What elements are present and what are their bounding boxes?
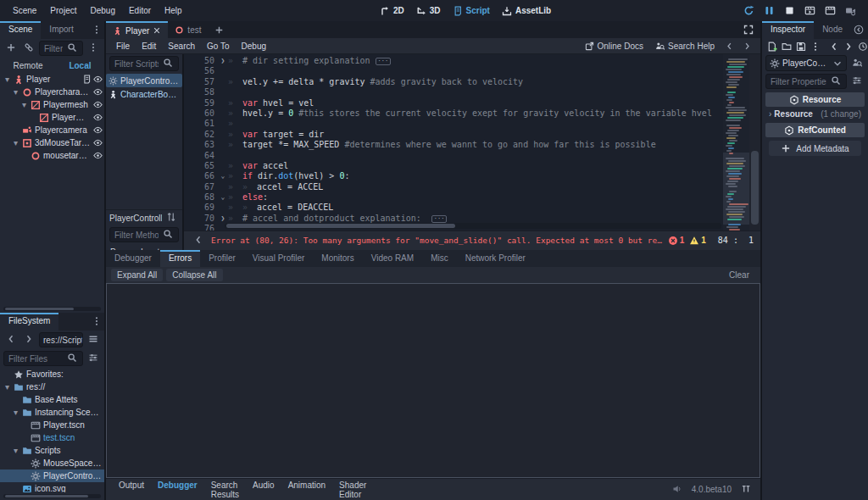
scene-tree-item[interactable]: ▾Playermesh: [0, 98, 104, 111]
fs-tree-item[interactable]: MouseSpaceDetector.: [0, 457, 104, 469]
status-collapse-icon[interactable]: [191, 235, 206, 247]
open-docs-icon[interactable]: [849, 58, 865, 69]
code-editor[interactable]: 50❯»# dir setting explanation···5657»vel…: [184, 54, 760, 231]
scene-tab-test[interactable]: test: [168, 21, 208, 38]
script-menu-go-to[interactable]: Go To: [202, 40, 235, 53]
menu-debug[interactable]: Debug: [84, 3, 120, 19]
fold-open-icon[interactable]: ⌄: [218, 192, 228, 203]
menu-project[interactable]: Project: [44, 3, 82, 19]
audio-mute-icon[interactable]: [670, 484, 685, 496]
update-spinner-icon[interactable]: [738, 484, 754, 496]
code-line[interactable]: 63»target *= MAX_SPEED #determines where…: [184, 140, 721, 150]
script-list-item[interactable]: PlayerControlle...: [106, 74, 182, 87]
code-vscrollbar[interactable]: [749, 54, 760, 231]
history-icon[interactable]: [858, 42, 868, 52]
debugger-tab-visual-profiler[interactable]: Visual Profiler: [244, 250, 314, 267]
close-tab-icon[interactable]: [153, 26, 161, 35]
clear-button[interactable]: Clear: [723, 269, 755, 281]
code-hscrollbar[interactable]: [225, 223, 721, 229]
fs-path[interactable]: res://Scripts/Playe: [39, 332, 83, 347]
code-line[interactable]: 69»»accel = DEACCEL: [184, 203, 721, 213]
menu-help[interactable]: Help: [159, 3, 188, 19]
fs-tree-item[interactable]: icon.svg: [0, 482, 104, 492]
fs-tree-item[interactable]: ▾Scripts: [0, 444, 104, 457]
section-resource[interactable]: › Resource (1 change): [762, 107, 868, 121]
code-line[interactable]: 68⌄»else:: [184, 192, 721, 203]
view-assetlib-button[interactable]: AssetLib: [502, 6, 551, 16]
scene-tree-item[interactable]: Playermesh h...: [0, 111, 104, 124]
tab-import[interactable]: Import: [41, 21, 81, 39]
fold-open-icon[interactable]: ⌄: [218, 171, 228, 181]
error-message[interactable]: Error at (80, 26): Too many arguments fo…: [211, 236, 663, 245]
online-docs-button[interactable]: Online Docs: [580, 42, 648, 51]
error-count-icon[interactable]: [668, 236, 678, 246]
clapper-icon[interactable]: [825, 5, 836, 16]
scene-tree-item[interactable]: ▾Playercharacter: [0, 86, 104, 98]
fs-tree-item[interactable]: Favorites:: [0, 368, 104, 381]
menu-scene[interactable]: Scene: [7, 3, 42, 19]
eye-icon[interactable]: [93, 100, 103, 109]
folded-code-box[interactable]: ···: [376, 58, 392, 65]
code-line[interactable]: 61»: [184, 119, 721, 129]
code-line[interactable]: 58: [184, 87, 721, 97]
code-line[interactable]: 50❯»# dir setting explanation···: [184, 56, 721, 66]
add-metadata-button[interactable]: Add Metadata: [769, 141, 860, 156]
scene-tab-player[interactable]: Player: [106, 21, 168, 38]
code-line[interactable]: 56: [184, 66, 721, 76]
scene-tree-item[interactable]: ▾Player: [0, 73, 104, 86]
eye-icon[interactable]: [93, 151, 103, 160]
filesystem-menu-icon[interactable]: [89, 316, 104, 328]
filter-files-input[interactable]: [7, 353, 64, 364]
debugger-tab-monitors[interactable]: Monitors: [313, 250, 362, 267]
script-icon[interactable]: [82, 75, 92, 84]
remote-toggle[interactable]: Remote: [13, 61, 42, 70]
debugger-tab-errors[interactable]: Errors: [160, 250, 200, 267]
view-2d-button[interactable]: 2D: [380, 6, 404, 16]
eye-icon[interactable]: [93, 87, 103, 97]
bottom-tab-search-results[interactable]: Search Results: [205, 478, 245, 500]
code-line[interactable]: 65»var accel: [184, 161, 721, 171]
edited-resource-selector[interactable]: PlayerController....: [765, 55, 847, 71]
bottom-tab-output[interactable]: Output: [113, 478, 150, 500]
debugger-tab-network-profiler[interactable]: Network Profiler: [457, 250, 534, 267]
script-list-item[interactable]: CharacterBody3D: [106, 87, 182, 101]
bottom-tab-debugger[interactable]: Debugger: [152, 478, 203, 500]
script-menu-file[interactable]: File: [111, 40, 135, 53]
code-line[interactable]: 64: [184, 151, 721, 161]
clapper-play-icon[interactable]: [804, 5, 815, 16]
tab-filesystem[interactable]: FileSystem: [0, 313, 58, 331]
load-resource-icon[interactable]: [782, 42, 792, 52]
new-resource-icon[interactable]: [767, 42, 777, 52]
fs-tree-item[interactable]: ▾res://: [0, 381, 104, 393]
fold-closed-icon[interactable]: ❯: [218, 56, 228, 66]
property-filter-options-icon[interactable]: [849, 75, 865, 87]
expand-all-button[interactable]: Expand All: [111, 269, 163, 281]
folded-code-box[interactable]: ···: [431, 215, 448, 223]
fs-tree-item[interactable]: test.tscn: [0, 431, 104, 444]
scene-dock-menu-icon[interactable]: [89, 25, 104, 36]
bottom-tab-audio[interactable]: Audio: [247, 478, 281, 500]
tab-scene[interactable]: Scene: [0, 21, 41, 39]
method-sort-icon[interactable]: [164, 212, 179, 224]
code-line[interactable]: 60»hvel.y = 0 #this stores the current v…: [184, 108, 721, 119]
debugger-tab-video-ram[interactable]: Video RAM: [363, 250, 422, 267]
script-menu-edit[interactable]: Edit: [136, 40, 161, 53]
stop-icon[interactable]: [784, 5, 795, 16]
resource-options-icon[interactable]: [810, 42, 821, 52]
menu-editor[interactable]: Editor: [123, 3, 157, 19]
filter-properties-input[interactable]: [769, 76, 828, 87]
scene-tree-hscrollbar[interactable]: [3, 307, 101, 311]
collapse-all-button[interactable]: Collapse All: [166, 269, 222, 281]
warning-count-icon[interactable]: [689, 236, 699, 246]
script-back-icon[interactable]: [721, 42, 737, 51]
code-line[interactable]: 57»vel.y += delta * gravity #adds gravit…: [184, 77, 721, 87]
view-script-button[interactable]: Script: [453, 6, 490, 16]
debugger-tab-misc[interactable]: Misc: [422, 250, 457, 267]
add-node-icon[interactable]: [3, 42, 19, 54]
eye-icon[interactable]: [93, 75, 103, 84]
fs-hscrollbar[interactable]: [3, 494, 101, 498]
fs-back-icon[interactable]: [3, 334, 19, 346]
code-line[interactable]: 67»»accel = ACCEL: [184, 182, 721, 192]
fs-tree-item[interactable]: ▾Instancing Scenes: [0, 406, 104, 419]
scene-tree-item[interactable]: Playercamera: [0, 124, 104, 136]
